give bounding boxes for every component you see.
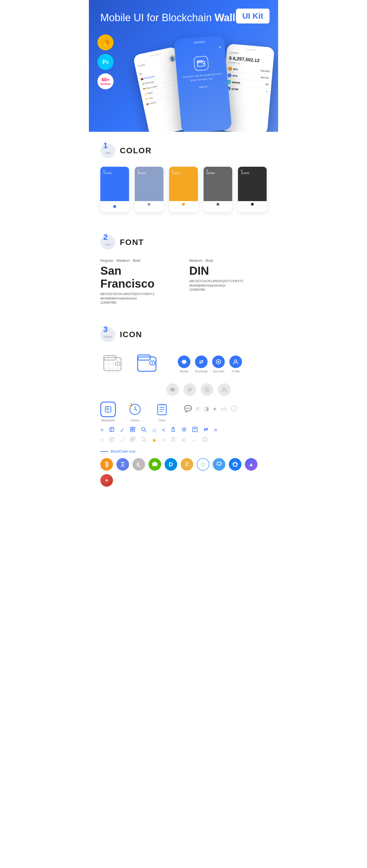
svg-rect-55: [110, 437, 114, 441]
svg-rect-60: [131, 440, 133, 442]
svg-rect-59: [133, 437, 135, 439]
din-upper: ABCDEFGHIJKLMNOPQRSTUVWXYZ: [189, 280, 266, 283]
bitcoin-icon: ₿: [101, 458, 113, 471]
svg-point-25: [218, 361, 219, 363]
font-title: FONT: [120, 238, 144, 247]
search-icon-gray: [141, 437, 146, 444]
svg-point-8: [202, 63, 204, 64]
sf-lower: abcdefghijklmnopqrstuvwxyz: [101, 297, 178, 300]
icon-management: Mangment: [101, 402, 116, 422]
nav-icons-gray: [166, 383, 266, 396]
star-icon[interactable]: ☆: [152, 427, 157, 434]
ui-kit-badge: UI Kit: [236, 9, 270, 24]
history-label: History: [131, 419, 139, 422]
back-icon[interactable]: <: [162, 427, 165, 433]
icon-history: History: [127, 402, 143, 422]
close-icon[interactable]: ×: [214, 427, 217, 433]
svg-rect-49: [133, 431, 134, 432]
svg-rect-61: [133, 440, 134, 441]
sf-name: San Francisco: [101, 265, 178, 290]
misc-icons: 💬 ≡ ◑ ● ▭ ⓘ: [184, 404, 237, 413]
bottom-spacer: [89, 498, 278, 509]
sf-numbers: 1234567890: [101, 301, 178, 304]
blockchain-text: BlockChain Icon: [111, 450, 136, 454]
section-number-font: 2 TWO FONT: [101, 235, 266, 250]
order-label: Order: [158, 419, 166, 422]
sf-upper: ABCDEFGHIJKLMNOPQRSTUVWXYZ: [101, 292, 178, 296]
nav-icons-group: Assets Exchange Discove: [178, 355, 242, 373]
phone-middle: + Character may be masterred in the grea…: [174, 35, 232, 132]
info-icon-gray: [202, 437, 208, 444]
sketch-badge: [97, 34, 114, 51]
svg-point-66: [205, 438, 205, 439]
check-icon-gray: ✓: [120, 437, 125, 444]
profile-label: Profile: [232, 370, 240, 373]
svg-rect-40: [160, 404, 165, 406]
add-icon-gray: +: [101, 437, 104, 443]
icon-row-main: Assets Exchange Discove: [101, 351, 266, 378]
svg-point-18: [117, 363, 118, 364]
check-icon[interactable]: ✓: [120, 427, 125, 434]
svg-point-30: [223, 388, 225, 390]
swap-icon[interactable]: [203, 427, 209, 434]
svg-point-53: [183, 429, 185, 430]
color-card-gray-blue: #8DA0C8: [135, 167, 163, 212]
share-icon-gray: [170, 437, 176, 444]
upload-icon[interactable]: [192, 427, 198, 434]
share-icon[interactable]: [170, 427, 176, 434]
hero-section: Mobile UI for Blockchain Wallet UI Kit P…: [89, 0, 278, 132]
management-label: Mangment: [101, 419, 115, 422]
svg-point-62: [142, 437, 145, 441]
icon-exchange: Exchange: [195, 355, 207, 373]
chat-icon: 💬: [184, 405, 192, 412]
add-icon[interactable]: +: [101, 427, 104, 433]
section-num-3: 3 THREE: [101, 327, 115, 342]
wallet-icon-blue: [135, 351, 161, 378]
section-number-color: 1 ONE COLOR: [101, 143, 266, 158]
color-card-blue: #3574FA: [101, 167, 129, 212]
dash-icon: D: [165, 458, 177, 471]
icon-title: ICON: [120, 330, 142, 339]
hero-badges: Ps 60+ Screens: [97, 34, 114, 89]
discover-label: Discover: [213, 370, 224, 373]
icon-profile: Profile: [229, 355, 242, 373]
message-icon: ▭: [221, 405, 227, 412]
info-icon: ⓘ: [231, 404, 237, 413]
color-card-dark: #303030: [238, 167, 266, 212]
screens-badge: 60+ Screens: [97, 73, 114, 89]
wallet-icon-outline-gray: [101, 351, 126, 377]
circle-icon: ●: [213, 405, 217, 412]
colors-row: #3574FA #8DA0C8 #F5A623 #666666 #303030: [101, 167, 266, 212]
kava-icon: ≋: [101, 474, 113, 487]
font-display: Regular · Medium · Bold San Francisco AB…: [101, 258, 266, 304]
blockchain-label: BlockChain Icon: [101, 450, 266, 454]
color-section: 1 ONE COLOR #3574FA #8DA0C8 #F5A623 #666…: [89, 132, 278, 223]
svg-point-29: [206, 389, 208, 391]
svg-marker-67: [152, 462, 158, 466]
section-num-1: 1 ONE: [101, 143, 115, 158]
icon-section: 3 THREE ICON: [89, 316, 278, 498]
settings-icon[interactable]: [181, 427, 187, 434]
qr-icon[interactable]: [130, 427, 136, 434]
bottom-nav-icons: Mangment History: [101, 402, 266, 422]
svg-rect-50: [134, 431, 135, 432]
font-section: 2 TWO FONT Regular · Medium · Bold San F…: [89, 223, 278, 316]
layers-icon: ≡: [196, 405, 200, 412]
din-name: DIN: [189, 265, 266, 277]
assets-label: Assets: [180, 370, 188, 373]
section-number-icon: 3 THREE ICON: [101, 327, 266, 342]
edit-icon[interactable]: [109, 427, 115, 434]
search-icon[interactable]: [141, 427, 146, 434]
svg-rect-41: [110, 427, 114, 431]
icon-order: Order: [154, 402, 170, 422]
ethereum-icon: Ξ: [116, 458, 129, 471]
svg-marker-27: [170, 387, 175, 392]
back-icon-gray: <: [162, 437, 165, 443]
x-icon-gray: ✕: [181, 437, 186, 444]
svg-rect-32: [105, 406, 108, 409]
svg-line-63: [145, 441, 146, 442]
toolbar-icons-blue: + ✓ ☆ < ×: [101, 427, 266, 434]
svg-point-51: [142, 427, 145, 431]
phone-mockups: Profile 👤 AI 💼 Mangment 📊 Message 💳 Reel…: [133, 37, 275, 132]
svg-rect-45: [133, 427, 135, 429]
